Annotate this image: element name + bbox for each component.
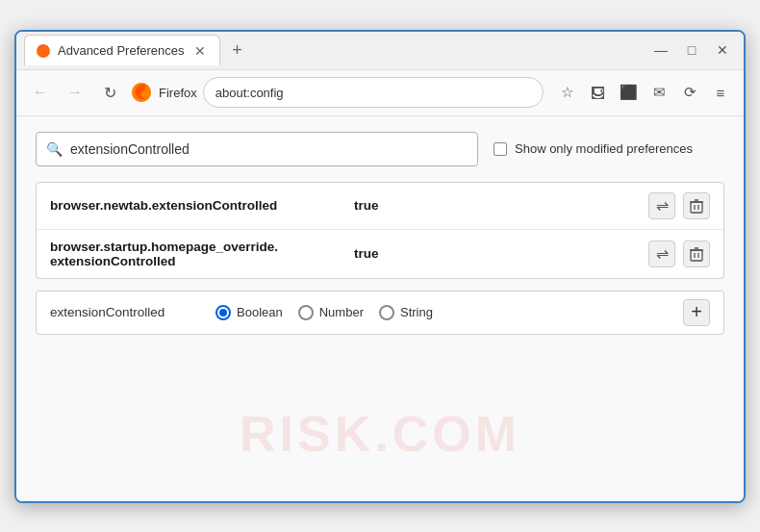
sync-button[interactable]: ⟳ <box>676 79 703 106</box>
type-radio-group: Boolean Number String <box>215 305 671 320</box>
window-controls: — □ ✕ <box>647 37 736 63</box>
radio-string[interactable]: String <box>379 305 433 320</box>
tab-title: Advanced Preferences <box>58 43 185 58</box>
nav-icon-group: ☆ ⛾ ⬛ ✉ ⟳ ≡ <box>553 79 734 106</box>
show-modified-text: Show only modified preferences <box>515 141 693 156</box>
navigation-bar: ← → ↻ Firefox about:config ☆ ⛾ ⬛ ✉ ⟳ ≡ <box>16 70 744 116</box>
back-button[interactable]: ← <box>26 78 55 107</box>
forward-button[interactable]: → <box>61 78 89 107</box>
search-section: 🔍 extensionControlled Show only modified… <box>36 132 724 166</box>
svg-rect-1 <box>691 202 702 213</box>
radio-number-label: Number <box>319 305 364 319</box>
toggle-button-2[interactable]: ⇌ <box>648 241 675 267</box>
search-icon: 🔍 <box>46 141 63 157</box>
radio-string-circle[interactable] <box>379 305 394 320</box>
new-tab-button[interactable]: + <box>224 37 251 63</box>
pref-value-1: true <box>354 198 379 213</box>
close-window-button[interactable]: ✕ <box>709 37 736 63</box>
delete-button-2[interactable] <box>683 241 710 267</box>
preference-search-bar[interactable]: 🔍 extensionControlled <box>36 132 478 166</box>
address-bar[interactable]: about:config <box>203 77 544 108</box>
show-modified-checkbox[interactable] <box>494 142 507 156</box>
show-modified-label[interactable]: Show only modified preferences <box>494 141 693 156</box>
profile-button[interactable]: ✉ <box>646 79 672 106</box>
radio-string-label: String <box>400 305 433 319</box>
tab-close-button[interactable]: ✕ <box>192 43 208 59</box>
pref-value-2: true <box>354 246 379 261</box>
title-bar: Advanced Preferences ✕ + — □ ✕ <box>16 32 744 70</box>
svg-rect-6 <box>691 250 702 261</box>
row-actions-2: ⇌ <box>648 241 710 267</box>
address-text: about:config <box>215 86 284 100</box>
pocket-button[interactable]: ⛾ <box>584 79 611 106</box>
add-preference-button[interactable]: + <box>683 299 710 326</box>
browser-window: Advanced Preferences ✕ + — □ ✕ ← → ↻ Fir… <box>14 30 746 503</box>
pref-name-1: browser.newtab.extensionControlled <box>50 198 339 213</box>
radio-boolean-label: Boolean <box>237 305 283 319</box>
bookmark-button[interactable]: ☆ <box>553 79 580 106</box>
trash-icon <box>690 246 703 262</box>
watermark: RISK.COM <box>240 405 520 463</box>
search-input-value[interactable]: extensionControlled <box>70 141 190 157</box>
browser-tab[interactable]: Advanced Preferences ✕ <box>24 35 220 65</box>
reload-button[interactable]: ↻ <box>95 78 124 107</box>
menu-button[interactable]: ≡ <box>707 79 734 106</box>
toggle-button-1[interactable]: ⇌ <box>648 192 675 219</box>
table-row[interactable]: browser.newtab.extensionControlled true … <box>37 183 723 230</box>
maximize-button[interactable]: □ <box>678 37 705 63</box>
table-row[interactable]: browser.startup.homepage_override. exten… <box>37 230 723 278</box>
new-pref-name-label: extensionControlled <box>50 305 204 319</box>
row-actions-1: ⇌ <box>648 192 710 219</box>
firefox-logo-icon <box>130 81 153 104</box>
pref-name-2: browser.startup.homepage_override. exten… <box>50 240 339 268</box>
minimize-button[interactable]: — <box>647 37 674 63</box>
radio-number-circle[interactable] <box>298 305 314 320</box>
add-preference-row: extensionControlled Boolean Number Strin… <box>36 291 724 335</box>
radio-number[interactable]: Number <box>298 305 364 320</box>
tab-favicon <box>37 44 50 58</box>
radio-boolean[interactable]: Boolean <box>215 305 283 320</box>
firefox-brand-label: Firefox <box>159 86 197 100</box>
delete-button-1[interactable] <box>683 192 710 219</box>
radio-boolean-circle[interactable] <box>215 305 231 320</box>
trash-icon <box>690 198 703 214</box>
extension-button[interactable]: ⬛ <box>615 79 642 106</box>
content-area: RISK.COM 🔍 extensionControlled Show only… <box>16 116 744 501</box>
results-table: browser.newtab.extensionControlled true … <box>36 182 724 279</box>
